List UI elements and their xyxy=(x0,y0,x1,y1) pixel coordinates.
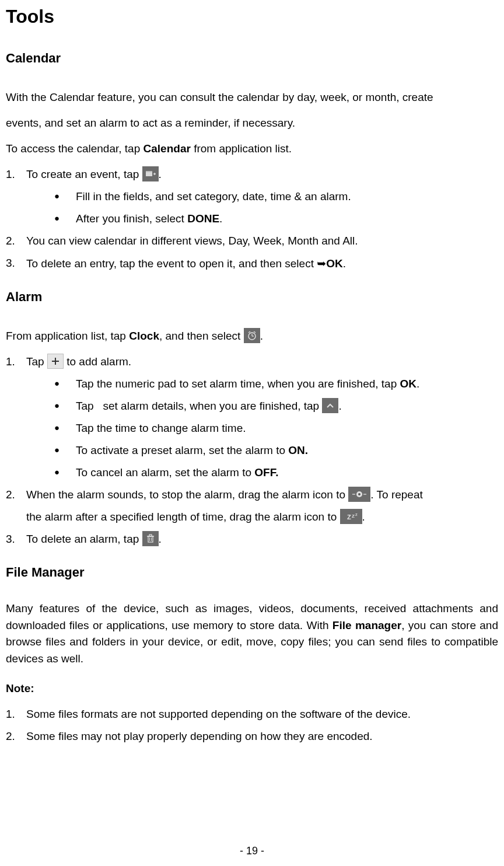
page-title: Tools xyxy=(6,6,498,27)
calendar-sub2-a: After you finish, select xyxy=(76,212,187,225)
svg-rect-20 xyxy=(149,535,152,536)
alarm-sub3: Tap the time to change alarm time. xyxy=(26,417,498,439)
calendar-step3-bold: OK xyxy=(326,257,343,270)
alarm-sub4-bold: ON. xyxy=(288,444,308,456)
calendar-access-bold: Calendar xyxy=(144,142,191,155)
alarm-sub4: To activate a preset alarm, set the alar… xyxy=(26,439,498,462)
alarm-step2-d: . xyxy=(362,511,365,523)
svg-text:Z: Z xyxy=(355,513,358,516)
alarm-sub2: Tap set alarm details, when you are fini… xyxy=(26,395,498,417)
alarm-step1-sublist: Tap the numeric pad to set alarm time, w… xyxy=(26,373,498,484)
alarm-sub5: To cancel an alarm, set the alarm to OFF… xyxy=(26,462,498,484)
filemgr-note-label: Note: xyxy=(6,678,498,700)
calendar-sub2: After you finish, select DONE. xyxy=(26,208,498,230)
alarm-sub1-b: . xyxy=(416,378,419,390)
filemgr-paragraph: Many features of the device, such as ima… xyxy=(6,600,498,667)
calendar-sub2-b: . xyxy=(219,212,222,225)
filemgr-notes: 1. Some files formats are not supported … xyxy=(6,703,498,748)
calendar-intro-line2: events, and set an alarm to act as a rem… xyxy=(6,112,498,134)
alarm-sub2-b: . xyxy=(338,400,341,412)
list-number: 1. xyxy=(6,703,15,725)
alarm-step-3: 3. To delete an alarm, tap . xyxy=(6,528,498,550)
snooze-icon: ZZZ xyxy=(340,509,362,524)
calendar-steps: 1. To create an event, tap . Fill in the… xyxy=(6,163,498,275)
alarm-step1-a: Tap xyxy=(26,355,47,368)
calendar-step-1: 1. To create an event, tap . Fill in the… xyxy=(6,163,498,230)
alarm-step3-a: To delete an alarm, tap xyxy=(26,533,142,545)
svg-point-12 xyxy=(358,493,360,495)
filemgr-note-2: 2. Some files may not play properly depe… xyxy=(6,725,498,748)
svg-rect-18 xyxy=(148,536,153,542)
calendar-intro-line1: With the Calendar feature, you can consu… xyxy=(6,86,498,109)
calendar-sub2-bold: DONE xyxy=(187,212,219,225)
alarm-intro: From application list, tap Clock, and th… xyxy=(6,325,498,347)
calendar-step1-a: To create an event, tap xyxy=(26,168,142,180)
plus-icon xyxy=(47,354,64,369)
calendar-step3-arrow: ➥ xyxy=(317,257,326,270)
alarm-heading: Alarm xyxy=(6,289,498,305)
svg-text:Z: Z xyxy=(352,514,355,519)
alarm-sub5-bold: OFF. xyxy=(254,466,278,479)
alarm-sub2-a: Tap set alarm details, when you are fini… xyxy=(76,400,322,412)
trash-icon xyxy=(142,531,159,546)
alarm-sub5-a: To cancel an alarm, set the alarm to xyxy=(76,466,254,479)
filemgr-p-bold: File manager xyxy=(332,619,401,631)
alarm-intro-a: From application list, tap xyxy=(6,330,129,342)
calendar-step1-b: . xyxy=(159,168,162,180)
filemgr-note2-text: Some files may not play properly dependi… xyxy=(26,730,373,742)
alarm-sub4-a: To activate a preset alarm, set the alar… xyxy=(76,444,288,456)
alarm-step2-b: . To repeat xyxy=(370,488,422,501)
alarm-clock-icon xyxy=(244,328,260,343)
alarm-step-2: 2. When the alarm sounds, to stop the al… xyxy=(6,484,498,528)
calendar-step2-text: You can view calendar in different views… xyxy=(26,235,358,247)
list-number: 2. xyxy=(6,725,15,748)
alarm-sub1: Tap the numeric pad to set alarm time, w… xyxy=(26,373,498,395)
list-number: 3. xyxy=(6,528,15,550)
svg-text:Z: Z xyxy=(347,514,351,521)
list-number: 1. xyxy=(6,351,15,373)
list-number: 2. xyxy=(6,230,15,252)
alarm-sub1-a: Tap the numeric pad to set alarm time, w… xyxy=(76,378,400,390)
calendar-sub1: Fill in the fields, and set category, da… xyxy=(26,186,498,208)
calendar-access: To access the calendar, tap Calendar fro… xyxy=(6,138,498,160)
alarm-intro-c: . xyxy=(260,330,263,342)
dismiss-alarm-icon xyxy=(348,487,370,502)
calendar-step1-sublist: Fill in the fields, and set category, da… xyxy=(26,186,498,230)
list-number: 2. xyxy=(6,484,15,506)
alarm-step2-a: When the alarm sounds, to stop the alarm… xyxy=(26,488,348,501)
svg-line-7 xyxy=(249,331,250,333)
page-number: - 19 - xyxy=(0,845,504,857)
filemgr-heading: File Manager xyxy=(6,565,498,580)
alarm-sub1-bold: OK xyxy=(400,378,417,390)
calendar-access-b: from application list. xyxy=(191,142,292,155)
calendar-heading: Calendar xyxy=(6,51,498,66)
svg-line-8 xyxy=(254,331,256,333)
calendar-step3-b: . xyxy=(343,257,346,270)
alarm-step3-b: . xyxy=(159,533,162,545)
calendar-step-2: 2. You can view calendar in different vi… xyxy=(6,230,498,252)
calendar-access-a: To access the calendar, tap xyxy=(6,142,144,155)
svg-rect-1 xyxy=(146,171,152,172)
calendar-step3-a: To delete an entry, tap the event to ope… xyxy=(26,257,317,270)
chevron-up-icon xyxy=(322,398,338,413)
alarm-intro-b: , and then select xyxy=(159,330,244,342)
list-number: 1. xyxy=(6,163,15,186)
filemgr-note1-text: Some files formats are not supported dep… xyxy=(26,708,411,720)
list-number: 3. xyxy=(6,252,15,274)
calendar-step-3: 3. To delete an entry, tap the event to … xyxy=(6,252,498,275)
filemgr-note-1: 1. Some files formats are not supported … xyxy=(6,703,498,725)
new-event-icon xyxy=(142,166,159,181)
alarm-step1-b: to add alarm. xyxy=(64,355,131,368)
alarm-step2-c: the alarm after a specified length of ti… xyxy=(26,511,340,523)
alarm-intro-bold: Clock xyxy=(129,330,159,342)
alarm-steps: 1. Tap to add alarm. Tap the numeric pad… xyxy=(6,351,498,550)
alarm-step-1: 1. Tap to add alarm. Tap the numeric pad… xyxy=(6,351,498,484)
